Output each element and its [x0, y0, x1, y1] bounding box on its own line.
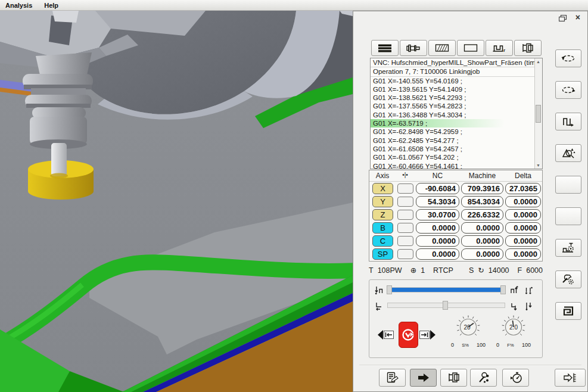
axis-y-button[interactable]: Y: [372, 196, 393, 207]
tool-check-button[interactable]: [470, 369, 497, 387]
program-slider-start-handle[interactable]: [387, 285, 392, 294]
axis-b-select-box[interactable]: [397, 223, 413, 233]
collision-check-button[interactable]: [555, 144, 581, 162]
gcode-program-list: VNC: Hufschmied_hyperMILL_ShowPart_Fräse…: [370, 58, 543, 169]
workpiece-icon: [463, 43, 478, 53]
axis-b-button[interactable]: B: [372, 222, 393, 234]
breakpoints-icon[interactable]: [523, 285, 534, 295]
axis-sp-machine-value: 0.0000: [461, 248, 503, 260]
menu-help[interactable]: Help: [44, 2, 58, 9]
speed-slider[interactable]: [387, 303, 505, 308]
gcode-line[interactable]: G01 X=-138.5621 Y=54.2293 ;: [371, 94, 542, 102]
scroll-up-icon[interactable]: ▲: [535, 58, 542, 65]
scroll-thumb[interactable]: [536, 105, 541, 123]
gcode-line[interactable]: G01 X=-136.3488 Y=54.3034 ;: [371, 111, 542, 119]
gcode-line[interactable]: G01 X=-61.0567 Y=54.202 ;: [371, 153, 542, 161]
stopwatch-icon: [509, 372, 523, 384]
gcode-line[interactable]: G01 X=-140.555 Y=54.0169 ;: [371, 77, 542, 85]
tool-holder-taper: [36, 52, 92, 77]
col-header-dot: •|•: [396, 172, 415, 181]
header-divider: [369, 181, 542, 182]
axis-sp-button[interactable]: SP: [372, 248, 393, 260]
axis-sp-select-box[interactable]: [397, 249, 413, 259]
stop-run-icon: [401, 327, 416, 343]
gcode-line-current[interactable]: G01 X=-63.5719 ;: [371, 119, 542, 127]
spindle-override-dial[interactable]: 20: [451, 315, 486, 342]
view-blocks-button[interactable]: [371, 40, 399, 56]
gcode-line[interactable]: G01 X=-137.5565 Y=54.2823 ;: [371, 102, 542, 110]
orbit-horizontal-button[interactable]: [555, 49, 581, 67]
boundary-spiral-button[interactable]: [555, 302, 581, 320]
gcode-line[interactable]: Operation 7, 7: T100006 Linkingjob: [371, 67, 542, 76]
time-statistics-button[interactable]: [502, 369, 529, 387]
follow-toolpath-button[interactable]: [555, 113, 581, 130]
tool-holder-ring-2-shadow: [26, 104, 91, 108]
step-forward-icon[interactable]: [509, 300, 519, 311]
view-machine-table-button[interactable]: r: [486, 40, 513, 56]
gcode-line[interactable]: G01 X=-62.2485 Y=54.277 ;: [371, 136, 542, 145]
program-progress-slider[interactable]: [387, 287, 505, 293]
scroll-down-icon[interactable]: ▼: [535, 162, 542, 169]
export-program-button[interactable]: [555, 369, 586, 387]
axis-z-select-box[interactable]: [397, 210, 413, 220]
collision-analysis-icon: [561, 147, 575, 159]
menu-analysis[interactable]: Analysis: [5, 2, 32, 9]
gcode-line[interactable]: VNC: Hufschmied_hyperMILL_ShowPart_Fräse…: [371, 58, 542, 67]
step-previous-block-button[interactable]: [377, 328, 395, 341]
control-panel: × r VNC: Hufschmied_hyperMILL_ShowPart_F…: [353, 11, 588, 392]
machine-housing-icon: [447, 372, 461, 384]
svg-text:r: r: [503, 48, 505, 53]
rtcp-mode: RTCP: [433, 266, 453, 275]
tool-number: 108PW: [378, 266, 402, 275]
toolpath-step-icon: [561, 116, 575, 127]
settings-button[interactable]: [555, 270, 581, 288]
feed-override-dial[interactable]: 2.0: [496, 315, 531, 342]
axis-c-select-box[interactable]: [397, 236, 413, 246]
machine-housing-button[interactable]: [440, 369, 467, 387]
orbit-reverse-button[interactable]: [555, 81, 581, 99]
axis-c-button[interactable]: C: [372, 235, 393, 247]
machine-status-line: T 108PW ⊕ 1 RTCP S ↻ 14000 F 6000: [369, 265, 543, 275]
axis-row-b: B 0.0000 0.0000 0.0000: [369, 222, 542, 235]
feed-override-scale: 0 F% 100: [496, 342, 531, 348]
single-step-mode-button[interactable]: [410, 369, 437, 387]
tool-shaft: [51, 143, 67, 176]
axis-x-select-box[interactable]: [397, 183, 413, 194]
axis-z-button[interactable]: Z: [372, 209, 393, 220]
program-report-button[interactable]: [379, 369, 406, 387]
axis-z-nc-value: 30.0700: [416, 209, 459, 220]
orbit-horizontal-icon: [561, 53, 576, 64]
close-panel-button[interactable]: ×: [575, 13, 580, 22]
gcode-scrollbar[interactable]: ▲ ▼: [534, 58, 542, 169]
axis-x-nc-value: -90.6084: [416, 183, 459, 194]
forward-arrow-icon: [417, 372, 430, 384]
spindle-speed: 14000: [489, 266, 509, 275]
machine-setup-button[interactable]: [555, 239, 581, 257]
col-header-axis: Axis: [371, 172, 394, 181]
view-fixture-button[interactable]: [514, 40, 542, 56]
gcode-line[interactable]: G01 X=-139.5615 Y=54.1409 ;: [371, 85, 542, 94]
orbit-reverse-icon: [561, 85, 576, 95]
stop-simulation-button[interactable]: [399, 322, 418, 348]
step-next-block-button[interactable]: [418, 328, 436, 341]
view-workpiece-button[interactable]: [457, 40, 484, 56]
view-tool-button[interactable]: [400, 40, 427, 56]
gcode-line[interactable]: G01 X=-61.6508 Y=54.2457 ;: [371, 145, 542, 153]
machine-table-icon: r: [492, 43, 506, 53]
view-stock-button[interactable]: [428, 40, 456, 56]
gcode-line[interactable]: G01 X=-62.8498 Y=54.2959 ;: [371, 127, 542, 136]
axis-x-button[interactable]: X: [372, 183, 393, 194]
blank-button-2[interactable]: [555, 207, 581, 225]
speed-slider-handle[interactable]: [443, 301, 448, 310]
blank-button-1[interactable]: [555, 176, 581, 194]
restore-window-icon[interactable]: [559, 15, 567, 22]
restart-program-icon[interactable]: [374, 285, 384, 295]
program-slider-end-handle[interactable]: [500, 285, 506, 294]
goto-block-icon[interactable]: [523, 300, 534, 311]
bottom-separator: [359, 365, 581, 365]
run-to-end-icon[interactable]: [509, 285, 519, 295]
step-back-icon[interactable]: [374, 300, 384, 311]
gcode-line[interactable]: G01 X=-60.4666 Y=54.1461 ;: [371, 162, 542, 169]
simulation-3d-viewport[interactable]: [0, 11, 353, 392]
axis-y-select-box[interactable]: [397, 197, 413, 207]
